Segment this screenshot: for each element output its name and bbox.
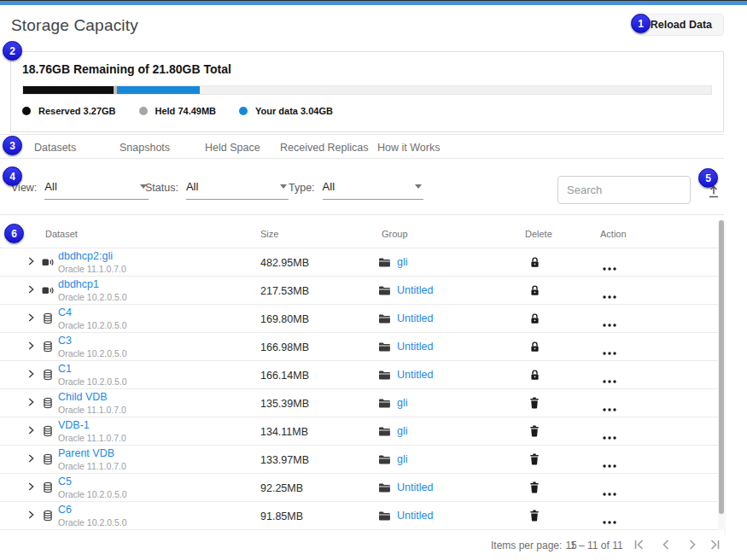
group-name-link[interactable]: gli xyxy=(397,256,408,268)
filter-dropdown[interactable]: All xyxy=(323,180,423,200)
filter-dropdown[interactable]: All xyxy=(186,180,289,200)
group-cell: Untitled xyxy=(378,481,433,493)
dataset-name-link[interactable]: C1 xyxy=(58,364,127,375)
dataset-name-link[interactable]: C4 xyxy=(58,307,127,318)
more-horiz-icon xyxy=(602,379,617,384)
row-actions-button[interactable] xyxy=(602,344,617,359)
expand-row-button[interactable] xyxy=(25,509,37,524)
first-page-icon xyxy=(632,537,647,552)
table-row: VDB-1 Oracle 11.1.0.7.0 134.11MB gli xyxy=(0,417,720,446)
group-name-link[interactable]: Untitled xyxy=(397,510,433,522)
database-icon xyxy=(41,509,55,522)
table-row: Parent VDB Oracle 11.1.0.7.0 133.97MB gl… xyxy=(0,446,720,474)
filter-label: Status: xyxy=(145,182,178,200)
group-name-link[interactable]: Untitled xyxy=(397,369,433,381)
tab-received-replicas[interactable]: Received Replicas xyxy=(280,142,369,154)
bar-segment-your-data xyxy=(117,86,200,94)
group-name-link[interactable]: gli xyxy=(397,453,408,465)
group-name-link[interactable]: gli xyxy=(397,397,408,409)
expand-row-button[interactable] xyxy=(25,396,37,411)
next-page-button[interactable] xyxy=(685,537,700,552)
legend-item: Your data 3.04GB xyxy=(239,106,333,116)
group-name-link[interactable]: Untitled xyxy=(397,341,433,353)
row-actions-button[interactable] xyxy=(602,513,617,528)
expand-row-button[interactable] xyxy=(25,255,37,271)
dataset-size: 166.14MB xyxy=(260,370,309,382)
more-horiz-icon xyxy=(602,492,617,497)
dataset-name-link[interactable]: C3 xyxy=(58,335,127,347)
more-horiz-icon xyxy=(602,295,617,300)
legend-label: Your data 3.04GB xyxy=(255,106,333,116)
row-actions-button[interactable] xyxy=(602,316,617,331)
dataset-version: Oracle 10.2.0.5.0 xyxy=(58,321,127,330)
last-page-button[interactable] xyxy=(707,537,722,552)
previous-page-button[interactable] xyxy=(658,537,674,552)
delete-cell xyxy=(529,397,540,409)
tab-held-space[interactable]: Held Space xyxy=(205,142,260,154)
expand-row-button[interactable] xyxy=(25,424,37,440)
chevron-left-icon xyxy=(658,537,674,552)
row-actions-button[interactable] xyxy=(602,485,617,500)
dataset-name-link[interactable]: VDB-1 xyxy=(58,420,126,431)
row-actions-button[interactable] xyxy=(602,400,617,416)
search-input[interactable] xyxy=(557,176,691,204)
dataset-name-link[interactable]: C5 xyxy=(58,476,127,487)
more-horiz-icon xyxy=(602,464,617,469)
page-title: Storage Capacity xyxy=(11,16,138,35)
tab-label: Held Space xyxy=(205,142,260,154)
group-cell: gli xyxy=(378,453,408,465)
dataset-name-link[interactable]: Child VDB xyxy=(58,392,126,403)
expand-row-button[interactable] xyxy=(25,481,37,496)
expand-row-button[interactable] xyxy=(25,283,37,299)
trash-icon[interactable] xyxy=(529,425,540,437)
tab-how-it-works[interactable]: How it Works xyxy=(377,142,440,154)
expand-row-button[interactable] xyxy=(25,340,37,355)
trash-icon[interactable] xyxy=(529,481,540,493)
group-name-link[interactable]: Untitled xyxy=(397,481,433,493)
group-name-link[interactable]: Untitled xyxy=(397,284,433,296)
tab-datasets[interactable]: Datasets xyxy=(34,142,76,154)
group-cell: Untitled xyxy=(378,284,433,296)
dataset-name-link[interactable]: dbdhcp2:gli xyxy=(58,251,126,262)
first-page-button[interactable] xyxy=(632,537,647,552)
expand-row-button[interactable] xyxy=(25,452,37,468)
filter-type: Type: All xyxy=(289,180,423,200)
row-actions-button[interactable] xyxy=(602,429,617,444)
dataset-name-cell: Parent VDB Oracle 11.1.0.7.0 xyxy=(58,448,126,470)
dataset-size: 92.25MB xyxy=(260,482,303,494)
lock-icon xyxy=(529,369,540,382)
expand-row-button[interactable] xyxy=(25,368,37,383)
dataset-size: 217.53MB xyxy=(260,285,309,297)
filter-status: Status: All xyxy=(145,180,289,200)
group-cell: Untitled xyxy=(378,369,433,381)
tab-snapshots[interactable]: Snapshots xyxy=(120,142,170,154)
group-name-link[interactable]: gli xyxy=(397,425,408,437)
trash-icon[interactable] xyxy=(529,510,540,522)
table-scrollbar-thumb[interactable] xyxy=(719,220,724,514)
dataset-name-link[interactable]: dbdhcp1 xyxy=(58,279,127,290)
row-actions-button[interactable] xyxy=(602,260,617,275)
legend-label: Held 74.49MB xyxy=(155,106,217,116)
row-actions-button[interactable] xyxy=(602,288,617,303)
column-header-size: Size xyxy=(260,229,278,239)
legend-item: Reserved 3.27GB xyxy=(22,106,116,116)
trash-icon[interactable] xyxy=(529,397,540,409)
column-header-action: Action xyxy=(600,229,627,239)
chevron-right-icon xyxy=(25,424,37,436)
dataset-type-icon-cell xyxy=(41,396,55,410)
capacity-summary-panel: 18.76GB Remaining of 21.80GB Total Reser… xyxy=(10,51,724,132)
filter-dropdown[interactable]: All xyxy=(44,180,149,200)
trash-icon[interactable] xyxy=(529,453,540,465)
reload-data-button[interactable]: Reload Data xyxy=(639,14,724,36)
database-icon xyxy=(41,340,55,353)
expand-row-button[interactable] xyxy=(25,312,37,327)
dataset-name-link[interactable]: C6 xyxy=(58,505,127,516)
lock-icon xyxy=(529,341,540,353)
dataset-name-link[interactable]: Parent VDB xyxy=(58,448,126,459)
group-name-link[interactable]: Untitled xyxy=(397,312,433,324)
chevron-right-icon xyxy=(25,452,37,464)
dataset-version: Oracle 10.2.0.5.0 xyxy=(58,293,127,302)
row-actions-button[interactable] xyxy=(602,457,617,472)
more-horiz-icon xyxy=(602,323,617,328)
row-actions-button[interactable] xyxy=(602,372,617,388)
